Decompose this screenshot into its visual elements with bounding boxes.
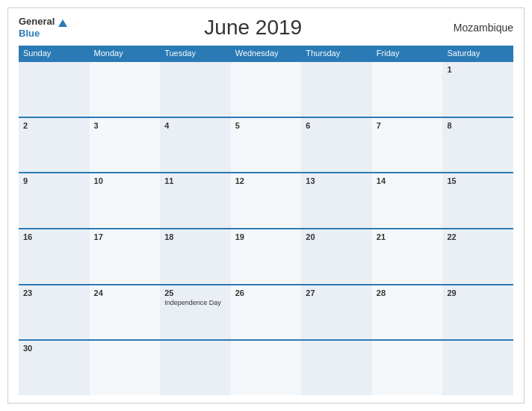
day-cell: 28 bbox=[372, 285, 443, 340]
day-cell: 14 bbox=[372, 173, 443, 228]
day-cell bbox=[442, 341, 513, 395]
day-number: 6 bbox=[306, 121, 368, 130]
day-number: 27 bbox=[306, 288, 368, 297]
day-number: 11 bbox=[164, 176, 226, 185]
day-cell bbox=[231, 62, 302, 117]
day-header: Tuesday bbox=[160, 46, 231, 61]
day-header: Monday bbox=[90, 46, 161, 61]
day-cell: 21 bbox=[372, 229, 443, 284]
day-cell: 8 bbox=[442, 118, 513, 173]
day-cell: 27 bbox=[301, 285, 372, 340]
day-cell bbox=[160, 62, 231, 117]
day-event: Independence Day bbox=[164, 299, 226, 306]
day-number: 16 bbox=[23, 232, 85, 241]
day-cell bbox=[301, 341, 372, 395]
day-header: Wednesday bbox=[231, 46, 302, 61]
day-cell: 29 bbox=[442, 285, 513, 340]
day-number: 7 bbox=[377, 121, 439, 130]
logo: General Blue bbox=[19, 16, 67, 39]
day-cell: 7 bbox=[372, 118, 443, 173]
day-number: 3 bbox=[94, 121, 156, 130]
day-number: 14 bbox=[377, 176, 439, 185]
day-cell: 25Independence Day bbox=[160, 285, 231, 340]
day-number: 4 bbox=[164, 121, 226, 130]
day-cell: 23 bbox=[19, 285, 90, 340]
day-cell bbox=[90, 62, 161, 117]
calendar-title: June 2019 bbox=[67, 16, 439, 40]
day-cell: 30 bbox=[19, 341, 90, 395]
day-number: 26 bbox=[235, 288, 297, 297]
day-number: 1 bbox=[447, 65, 509, 74]
day-number: 21 bbox=[377, 232, 439, 241]
day-cell: 12 bbox=[231, 173, 302, 228]
logo-line1: General bbox=[19, 16, 67, 28]
week-row: 2345678 bbox=[19, 117, 513, 173]
day-number: 20 bbox=[306, 232, 368, 241]
day-number: 18 bbox=[164, 232, 226, 241]
day-number: 12 bbox=[235, 176, 297, 185]
week-row: 16171819202122 bbox=[19, 228, 513, 284]
week-row: 30 bbox=[19, 339, 513, 395]
country-label: Mozambique bbox=[439, 22, 513, 34]
day-cell: 11 bbox=[160, 173, 231, 228]
day-cell: 1 bbox=[442, 62, 513, 117]
day-number: 2 bbox=[23, 121, 85, 130]
day-number: 5 bbox=[235, 121, 297, 130]
day-cell: 5 bbox=[231, 118, 302, 173]
week-row: 1 bbox=[19, 61, 513, 117]
weeks-container: 1234567891011121314151617181920212223242… bbox=[19, 61, 513, 395]
day-cell: 10 bbox=[90, 173, 161, 228]
day-cell: 9 bbox=[19, 173, 90, 228]
day-number: 17 bbox=[94, 232, 156, 241]
day-cell bbox=[301, 62, 372, 117]
day-number: 15 bbox=[447, 176, 509, 185]
day-cell bbox=[372, 341, 443, 395]
day-headers-row: SundayMondayTuesdayWednesdayThursdayFrid… bbox=[19, 46, 513, 61]
day-number: 28 bbox=[377, 288, 439, 297]
day-cell: 3 bbox=[90, 118, 161, 173]
day-cell bbox=[231, 341, 302, 395]
day-cell: 22 bbox=[442, 229, 513, 284]
day-number: 22 bbox=[447, 232, 509, 241]
week-row: 232425Independence Day26272829 bbox=[19, 284, 513, 340]
day-cell: 4 bbox=[160, 118, 231, 173]
day-cell: 13 bbox=[301, 173, 372, 228]
day-number: 25 bbox=[164, 288, 226, 297]
day-cell bbox=[90, 341, 161, 395]
day-header: Sunday bbox=[19, 46, 90, 61]
day-number: 29 bbox=[447, 288, 509, 297]
logo-general-text: General bbox=[19, 16, 55, 27]
day-number: 30 bbox=[23, 344, 85, 353]
day-cell: 26 bbox=[231, 285, 302, 340]
day-cell: 15 bbox=[442, 173, 513, 228]
week-row: 9101112131415 bbox=[19, 172, 513, 228]
calendar: General Blue June 2019 Mozambique Sunday… bbox=[7, 7, 525, 404]
day-cell: 2 bbox=[19, 118, 90, 173]
calendar-header: General Blue June 2019 Mozambique bbox=[19, 16, 513, 40]
day-number: 23 bbox=[23, 288, 85, 297]
day-header: Thursday bbox=[301, 46, 372, 61]
day-cell bbox=[19, 62, 90, 117]
day-cell: 6 bbox=[301, 118, 372, 173]
logo-blue-text: Blue bbox=[19, 28, 40, 39]
day-cell: 20 bbox=[301, 229, 372, 284]
day-number: 8 bbox=[447, 121, 509, 130]
day-number: 24 bbox=[94, 288, 156, 297]
day-number: 19 bbox=[235, 232, 297, 241]
day-cell bbox=[372, 62, 443, 117]
day-header: Friday bbox=[372, 46, 443, 61]
day-cell: 19 bbox=[231, 229, 302, 284]
day-cell: 16 bbox=[19, 229, 90, 284]
day-number: 10 bbox=[94, 176, 156, 185]
calendar-grid: SundayMondayTuesdayWednesdayThursdayFrid… bbox=[19, 46, 513, 395]
day-number: 13 bbox=[306, 176, 368, 185]
day-cell: 24 bbox=[90, 285, 161, 340]
day-cell: 18 bbox=[160, 229, 231, 284]
logo-triangle-icon bbox=[58, 19, 67, 27]
day-header: Saturday bbox=[442, 46, 513, 61]
day-number: 9 bbox=[23, 176, 85, 185]
day-cell bbox=[160, 341, 231, 395]
day-cell: 17 bbox=[90, 229, 161, 284]
